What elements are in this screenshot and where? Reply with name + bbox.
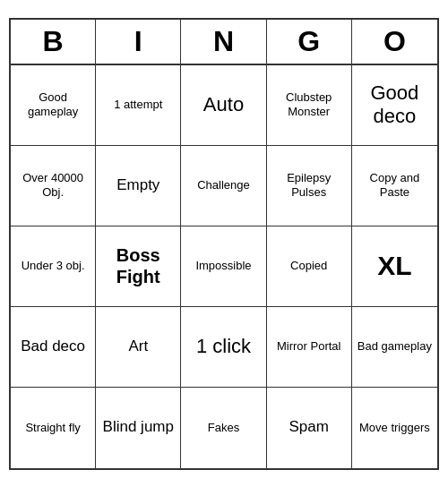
bingo-cell[interactable]: 1 attempt: [96, 65, 181, 146]
header-letter: B: [11, 20, 96, 64]
bingo-cell[interactable]: Straight fly: [11, 388, 96, 468]
bingo-cell[interactable]: Mirror Portal: [267, 307, 352, 388]
bingo-card: BINGO Good gameplay1 attemptAutoClubstep…: [9, 18, 439, 470]
bingo-grid: Good gameplay1 attemptAutoClubstep Monst…: [11, 65, 437, 468]
bingo-cell[interactable]: Under 3 obj.: [11, 226, 96, 307]
bingo-cell[interactable]: Copied: [267, 226, 352, 307]
bingo-cell[interactable]: XL: [352, 226, 437, 307]
bingo-cell[interactable]: Art: [96, 307, 181, 388]
bingo-cell[interactable]: Good gameplay: [11, 65, 96, 146]
bingo-cell[interactable]: Epilepsy Pulses: [267, 146, 352, 226]
bingo-cell[interactable]: Boss Fight: [96, 226, 181, 307]
bingo-cell[interactable]: Clubstep Monster: [267, 65, 352, 146]
bingo-cell[interactable]: 1 click: [181, 307, 266, 388]
bingo-cell[interactable]: Empty: [96, 146, 181, 226]
bingo-cell[interactable]: Copy and Paste: [352, 146, 437, 226]
bingo-cell[interactable]: Bad gameplay: [352, 307, 437, 388]
bingo-cell[interactable]: Auto: [181, 65, 266, 146]
header-letter: O: [352, 20, 437, 64]
bingo-cell[interactable]: Blind jump: [96, 388, 181, 468]
bingo-cell[interactable]: Good deco: [352, 65, 437, 146]
bingo-cell[interactable]: Spam: [267, 388, 352, 468]
bingo-cell[interactable]: Move triggers: [352, 388, 437, 468]
header-letter: G: [267, 20, 352, 64]
header-letter: N: [181, 20, 266, 64]
header-letter: I: [96, 20, 181, 64]
bingo-cell[interactable]: Over 40000 Obj.: [11, 146, 96, 226]
bingo-header: BINGO: [11, 20, 437, 65]
bingo-cell[interactable]: Fakes: [181, 388, 266, 468]
bingo-cell[interactable]: Bad deco: [11, 307, 96, 388]
bingo-cell[interactable]: Challenge: [181, 146, 266, 226]
bingo-cell[interactable]: Impossible: [181, 226, 266, 307]
